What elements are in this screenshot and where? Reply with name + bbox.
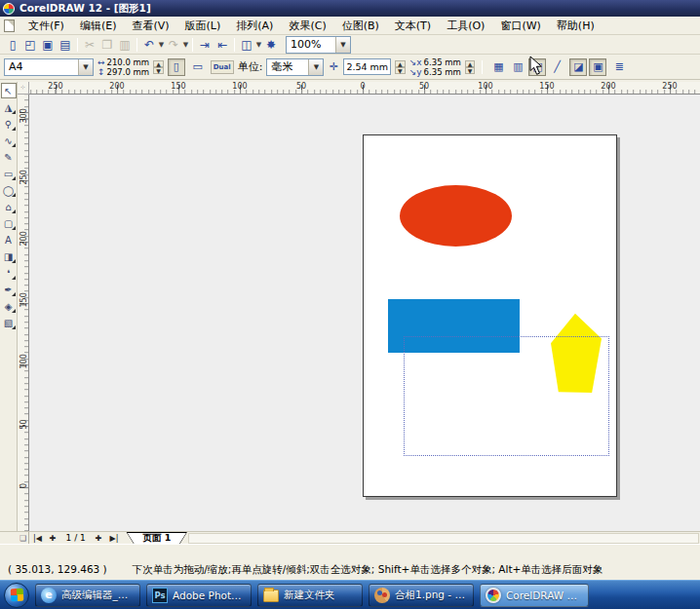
- paper-width-value[interactable]: 210.0 mm: [107, 57, 150, 67]
- polygon-tool[interactable]: ⌂: [1, 199, 17, 214]
- flyout-indicator-icon: [12, 193, 16, 197]
- toolbox: ↖◮⚲∿✎▭◯⌂▢A◨❛✒◈▧: [0, 82, 18, 531]
- menu-item-文本[interactable]: 文本(T): [387, 18, 439, 34]
- eyedropper-tool[interactable]: ❛: [1, 265, 17, 281]
- freehand-tool[interactable]: ∿: [1, 133, 17, 148]
- menu-item-效果[interactable]: 效果(C): [281, 18, 333, 34]
- taskbar-button-paint[interactable]: 合相1.png - 画图: [369, 584, 474, 607]
- flyout-indicator-icon: [12, 110, 16, 114]
- chevron-down-icon[interactable]: ▼: [335, 37, 350, 53]
- open-icon[interactable]: ◰: [21, 36, 39, 53]
- snap-to-grid-icon[interactable]: ▦: [489, 58, 507, 76]
- fill-tool[interactable]: ◈: [1, 298, 17, 314]
- zoom-level-value: 100%: [287, 38, 335, 51]
- page-setup-icon[interactable]: ❏: [18, 532, 29, 544]
- menu-item-编辑[interactable]: 编辑(E): [72, 18, 125, 34]
- duplicate-y-icon: ↘y: [409, 67, 422, 77]
- undo-icon[interactable]: ↶: [140, 36, 158, 53]
- ruler-tick-label: 300: [19, 112, 28, 124]
- snap-to-objects-icon[interactable]: ◫: [528, 58, 546, 76]
- standard-toolbar: ▯◰▣▤✂❐▥↶▼↷▼⇥⇤◫▼✸ 100% ▼: [0, 35, 700, 55]
- new-document-icon[interactable]: ▯: [4, 36, 21, 53]
- duplicate-x-icon: ↘x: [409, 57, 422, 67]
- application-launcher-icon[interactable]: ◫: [238, 36, 255, 53]
- taskbar-button-folder[interactable]: 新建文件夹: [257, 584, 363, 607]
- snap-to-dynamic-guides-icon[interactable]: ╱: [548, 58, 565, 76]
- smart-drawing-tool[interactable]: ✎: [1, 149, 17, 165]
- paper-size-combo[interactable]: A4 ▼: [4, 58, 94, 76]
- zoom-level-combo[interactable]: 100% ▼: [286, 36, 351, 54]
- paper-dimensions[interactable]: ↔210.0 mm ↕297.0 mm: [97, 57, 149, 77]
- drawing-canvas[interactable]: [29, 95, 700, 531]
- ruler-tick-label: 250: [19, 173, 28, 185]
- shape-tool[interactable]: ◮: [1, 99, 17, 115]
- ellipse-tool[interactable]: ◯: [1, 182, 17, 198]
- export-icon[interactable]: ⇤: [214, 36, 231, 53]
- menu-item-工具[interactable]: 工具(O): [439, 18, 492, 34]
- units-combo[interactable]: 毫米 ▼: [266, 58, 324, 76]
- interactive-blend-tool[interactable]: ◨: [1, 248, 17, 264]
- horizontal-scrollbar[interactable]: [188, 533, 699, 544]
- add-page-after-button[interactable]: ✚: [92, 534, 106, 543]
- nudge-offset-spinner[interactable]: ▲▼: [395, 60, 406, 74]
- chevron-down-icon[interactable]: ▼: [158, 41, 165, 49]
- menu-item-帮助[interactable]: 帮助(H): [549, 18, 603, 34]
- go-first-page-button[interactable]: |◀: [29, 534, 46, 543]
- options-list-icon[interactable]: ≣: [610, 58, 628, 76]
- ruler-origin-corner[interactable]: ⁘: [18, 82, 29, 95]
- add-page-before-button[interactable]: ✚: [46, 534, 60, 543]
- go-last-page-button[interactable]: ▶|: [105, 534, 122, 543]
- menu-item-文件[interactable]: 文件(F): [20, 18, 72, 34]
- basic-shapes-tool[interactable]: ▢: [1, 215, 17, 231]
- vertical-ruler[interactable]: 300250200150100500: [18, 95, 29, 531]
- text-tool[interactable]: A: [1, 232, 17, 247]
- page-tab-label[interactable]: 页面 1: [127, 533, 186, 545]
- page-tab[interactable]: 页面 1: [126, 532, 187, 545]
- menu-item-查看[interactable]: 查看(V): [124, 18, 176, 34]
- import-icon[interactable]: ⇥: [196, 36, 214, 53]
- interactive-fill-tool[interactable]: ▧: [1, 315, 17, 330]
- nudge-offset-field[interactable]: 2.54 mm: [343, 58, 391, 75]
- duplicate-distance[interactable]: ↘x6.35 mm ↘y6.35 mm: [409, 57, 461, 77]
- flyout-indicator-icon: [12, 259, 16, 263]
- chevron-down-icon[interactable]: ▼: [308, 59, 323, 75]
- ruler-tick-label: 50: [296, 82, 306, 91]
- chevron-down-icon[interactable]: ▼: [255, 41, 262, 49]
- outline-tool[interactable]: ✒: [1, 282, 17, 297]
- document-window-icon[interactable]: [4, 19, 15, 32]
- zoom-tool[interactable]: ⚲: [1, 116, 17, 132]
- nudge-offset-icon: ✛: [328, 58, 339, 76]
- page-navigation-bar: ❏ |◀ ✚ 1 / 1 ✚ ▶| 页面 1: [0, 531, 700, 544]
- snap-to-guidelines-icon[interactable]: ▥: [509, 58, 526, 76]
- taskbar-button-photoshop[interactable]: PsAdobe Photosh...: [146, 584, 252, 607]
- chevron-down-icon[interactable]: ▼: [182, 41, 189, 49]
- property-bar: A4 ▼ ↔210.0 mm ↕297.0 mm ▲▼ ▯ ▭ Dual 单位:…: [0, 55, 700, 80]
- menu-item-排列[interactable]: 排列(A): [228, 18, 281, 34]
- ellipse-shape[interactable]: [400, 185, 512, 247]
- horizontal-ruler[interactable]: 25020015010050050100150200250: [29, 82, 700, 95]
- title-bar: CorelDRAW 12 - [图形1]: [0, 0, 700, 17]
- portrait-orientation-button[interactable]: ▯: [168, 58, 185, 76]
- duplicate-distance-spinner[interactable]: ▲▼: [465, 60, 476, 74]
- menu-item-位图[interactable]: 位图(B): [334, 18, 387, 34]
- pick-tool[interactable]: ↖: [1, 83, 17, 98]
- menu-item-窗口[interactable]: 窗口(W): [492, 18, 548, 34]
- enable-selection-icon[interactable]: ▣: [589, 58, 606, 76]
- rectangle-tool[interactable]: ▭: [1, 166, 17, 181]
- print-icon[interactable]: ▤: [57, 36, 74, 53]
- taskbar-button-coreldraw[interactable]: CorelDRAW 12 -...: [480, 584, 589, 607]
- treat-as-filled-icon[interactable]: ◪: [569, 58, 587, 76]
- paper-height-value[interactable]: 297.0 mm: [107, 67, 150, 77]
- menu-item-版面[interactable]: 版面(L): [177, 18, 229, 34]
- chevron-down-icon[interactable]: ▼: [78, 59, 93, 75]
- duplicate-x-value[interactable]: 6.35 mm: [424, 57, 461, 67]
- flyout-indicator-icon: [12, 309, 16, 313]
- taskbar-button-ie[interactable]: e高级编辑器_百度...: [35, 584, 140, 607]
- set-default-page-button[interactable]: Dual: [211, 60, 234, 74]
- save-icon[interactable]: ▣: [39, 36, 57, 53]
- paper-size-spinner[interactable]: ▲▼: [153, 60, 164, 74]
- landscape-orientation-button[interactable]: ▭: [189, 58, 207, 76]
- corel-online-icon[interactable]: ✸: [262, 36, 280, 53]
- start-button[interactable]: [4, 583, 29, 608]
- duplicate-y-value[interactable]: 6.35 mm: [424, 67, 461, 77]
